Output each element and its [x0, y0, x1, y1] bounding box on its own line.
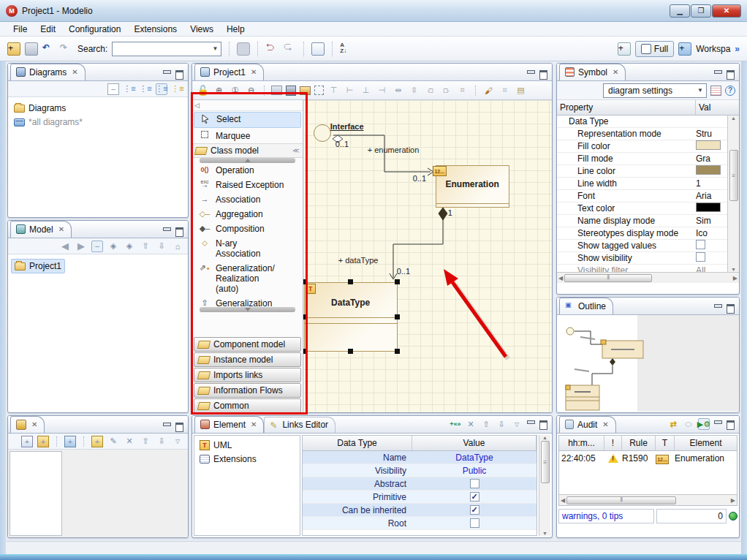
new-project-icon[interactable]: +	[7, 42, 20, 56]
save-icon[interactable]	[25, 42, 38, 56]
scroll-right-arrow[interactable]: ▶	[733, 275, 737, 281]
palette-group-imports-links[interactable]: Imports links	[194, 368, 301, 382]
selection-handle[interactable]	[303, 279, 306, 284]
sort-az-icon[interactable]: AZ↓	[340, 42, 353, 56]
clear-icon[interactable]: ⬭	[683, 418, 694, 430]
minimize-panel-icon[interactable]	[713, 420, 722, 428]
tree-flat-icon[interactable]: ⋮≡	[172, 83, 183, 95]
tree-level2-icon[interactable]: ⋮≡	[140, 83, 151, 95]
multiplicity-label[interactable]: 0..1	[335, 140, 349, 148]
chevron-down-icon[interactable]: ▼	[694, 84, 706, 97]
column-header-property[interactable]: Property	[557, 100, 696, 115]
view-menu-icon[interactable]: ▽	[511, 418, 523, 430]
column-header-element[interactable]: Element	[675, 436, 737, 450]
add-doc-icon[interactable]: +	[64, 436, 76, 447]
association-role-label[interactable]: + dataType	[338, 256, 379, 265]
outline-thumbnail[interactable]	[557, 315, 739, 412]
selection-handle[interactable]	[348, 279, 353, 284]
table-row[interactable]: Primitive ✓	[303, 491, 536, 504]
palette-group-instance-model[interactable]: Instance model	[194, 352, 301, 367]
menu-extensions[interactable]: Extensions	[128, 23, 183, 36]
menu-views[interactable]: Views	[184, 23, 219, 36]
column-header-time[interactable]: hh:m...	[559, 436, 604, 450]
horizontal-scrollbar[interactable]: ◀ ⦀ ▶	[557, 272, 739, 283]
move-up-icon[interactable]: ⇧	[140, 241, 151, 252]
maximize-panel-icon[interactable]	[726, 420, 735, 428]
palette-marquee-tool[interactable]: Marquee	[192, 129, 303, 143]
add-note-icon[interactable]: +	[21, 436, 33, 447]
minimize-panel-icon[interactable]	[162, 227, 171, 235]
enumeration-node[interactable]: Enumeration	[436, 165, 509, 208]
palette-operation-tool[interactable]: 0() Operation	[192, 163, 303, 178]
menu-help[interactable]: Help	[221, 23, 251, 36]
notes-type-list[interactable]	[10, 451, 62, 536]
search-input[interactable]: ▼	[112, 42, 221, 56]
datatype-node[interactable]: DataType	[304, 282, 398, 352]
edit-icon[interactable]: ✎	[107, 436, 119, 447]
scroll-right-arrow[interactable]: ▶	[731, 497, 735, 504]
tree-level1-icon[interactable]: ⋮≡	[124, 83, 135, 95]
palette-group-information-flows[interactable]: Information Flows	[194, 383, 301, 398]
report-icon[interactable]	[311, 42, 325, 56]
full-perspective-button[interactable]: Full	[635, 41, 674, 57]
add-constraint-icon[interactable]: +	[37, 436, 49, 447]
workspace-button[interactable]: Workspa	[696, 44, 730, 54]
redo-icon[interactable]: ↷	[60, 42, 73, 56]
selection-handle[interactable]	[303, 314, 306, 319]
palette-generalization-realization-tool[interactable]: ⇗✦ Generalization/ Realization (auto)	[192, 261, 303, 296]
close-icon[interactable]: ✕	[72, 68, 77, 76]
column-header-rule[interactable]: Rule	[622, 436, 656, 450]
diagram-canvas[interactable]: Interface 0..1 + enumeration 0..1 Enumer…	[303, 100, 552, 413]
zoom-out-icon[interactable]: ⊖	[245, 84, 257, 97]
association-role-label[interactable]: + enumeration	[368, 145, 420, 154]
tab-model[interactable]: Model✕	[10, 221, 72, 238]
root-checkbox[interactable]	[470, 518, 479, 528]
close-icon[interactable]: ✕	[31, 420, 37, 428]
table-row[interactable]: Name display modeSim	[557, 215, 727, 227]
tab-outline[interactable]: ▣ Outline	[559, 298, 613, 314]
column-header-severity[interactable]: !	[604, 436, 622, 450]
scroll-up-arrow[interactable]: ▲	[542, 435, 547, 440]
workspace-icon[interactable]: +	[678, 42, 691, 56]
palette-collapse-arrow[interactable]: ◁	[192, 100, 303, 111]
interface-label[interactable]: Interface	[330, 122, 364, 131]
marquee-zoom-icon[interactable]	[314, 86, 324, 95]
table-row[interactable]: Show tagged values	[557, 240, 727, 252]
table-row[interactable]: Root	[303, 517, 536, 530]
tab-links-editor[interactable]: ✎ Links Editor	[264, 417, 335, 433]
palette-group-component-model[interactable]: Component model	[194, 337, 301, 352]
audit-row[interactable]: 22:40:05 R1590 12... Enumeration	[559, 451, 737, 466]
add-external-doc-icon[interactable]: +	[91, 436, 103, 447]
down-icon[interactable]: ⇩	[156, 436, 167, 447]
table-row[interactable]: Data Type	[557, 116, 727, 128]
table-row[interactable]: Name DataType	[303, 451, 536, 464]
zoom-100-icon[interactable]: ①	[229, 84, 241, 97]
tab-diagrams[interactable]: Diagrams✕	[10, 64, 86, 80]
table-row[interactable]: Stereotypes display modeIco	[557, 227, 727, 240]
undo-icon[interactable]: ↶	[42, 42, 56, 56]
minimize-button[interactable]: ▁	[670, 4, 690, 18]
close-icon[interactable]: ✕	[602, 420, 608, 428]
palette-association-tool[interactable]: → Association	[192, 192, 303, 207]
table-row[interactable]: Visibility filterAll	[557, 265, 727, 272]
delete-icon[interactable]: ✕	[465, 418, 477, 430]
table-row[interactable]: Fill modeGra	[557, 153, 727, 165]
maximize-panel-icon[interactable]	[175, 227, 183, 235]
show-tagged-values-checkbox[interactable]	[696, 240, 705, 249]
format-brush-icon[interactable]: 🖌	[482, 84, 495, 97]
move-down-icon[interactable]: ⇩	[156, 241, 167, 252]
line-color-swatch[interactable]	[696, 165, 721, 175]
tree-item-project1[interactable]: Project1	[11, 259, 65, 273]
horizontal-scrollbar[interactable]: ◀ ⦀ ▶	[559, 494, 737, 505]
related-next-icon[interactable]: ◈	[124, 241, 135, 252]
minimize-panel-icon[interactable]	[162, 70, 171, 77]
model-search-icon[interactable]	[237, 42, 250, 56]
up-icon[interactable]: ⇧	[480, 418, 492, 430]
collapse-all-icon[interactable]: −	[107, 83, 119, 95]
fill-color-swatch[interactable]	[696, 140, 721, 150]
palette-scroll-up[interactable]	[200, 158, 295, 163]
down-icon[interactable]: ⇩	[496, 418, 507, 430]
vertical-scrollbar[interactable]: ▲ ≡ ▼	[727, 116, 739, 272]
maximize-panel-icon[interactable]	[726, 70, 735, 77]
multiplicity-label[interactable]: 1	[448, 208, 452, 217]
